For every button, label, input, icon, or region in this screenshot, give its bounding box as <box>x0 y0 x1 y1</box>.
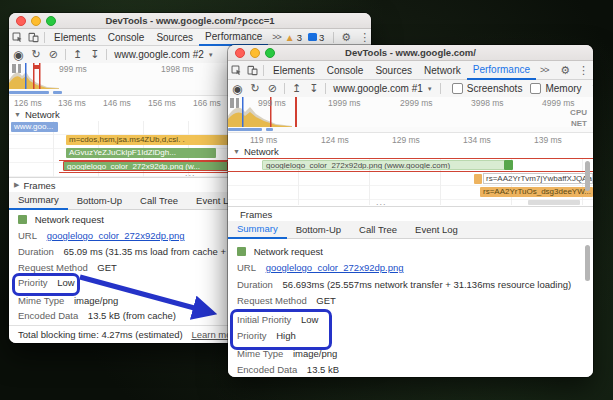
settings-gear-icon[interactable]: ⚙ <box>337 31 355 44</box>
minimize-window-button[interactable] <box>31 16 41 26</box>
record-button[interactable]: ◉ <box>9 49 27 61</box>
reload-and-record-button[interactable]: ↻ <box>246 83 263 94</box>
network-request-bar-selected[interactable]: googlelogo_color_272x92dp.png (w... <box>63 161 228 171</box>
divider <box>333 32 334 43</box>
divider <box>44 32 45 43</box>
network-request-bar[interactable]: m=cdos,hsm,jsa.ms4ZUb,d,csl. . <box>66 135 229 145</box>
issues-badge[interactable]: 3 <box>308 32 324 43</box>
minimize-window-button[interactable] <box>250 48 260 58</box>
summary-legend: Network request <box>237 246 323 257</box>
network-request-bar[interactable]: AGvuzYeZJuCkIpF1IdZlDgh... <box>66 148 216 158</box>
network-request-bar[interactable]: rs=AA2YrTuOs_dsg3deeYW... <box>480 187 593 197</box>
summary-method-row: Request Method GET <box>18 262 117 273</box>
pane-resize-handle[interactable]: ... <box>376 199 387 205</box>
zoom-window-button[interactable] <box>46 16 56 26</box>
load-profile-icon[interactable]: ↥ <box>288 83 305 94</box>
tab-call-tree[interactable]: Call Tree <box>350 221 406 238</box>
more-tabs-icon[interactable]: >> <box>536 65 553 75</box>
summary-duration-row: Duration 56.693ms (25.557ms network tran… <box>237 279 571 290</box>
selection-line <box>228 158 593 159</box>
device-toolbar-icon[interactable] <box>25 31 41 43</box>
cpu-overview-chart <box>9 63 59 89</box>
tab-performance[interactable]: Performance <box>199 28 268 46</box>
tab-sources[interactable]: Sources <box>150 29 199 45</box>
inspect-element-icon[interactable] <box>228 64 244 76</box>
summary-mime-row: Mime Type image/png <box>237 348 337 359</box>
summary-pane: Network request URL googlelogo_color_272… <box>228 239 593 377</box>
desktop-background: DevTools - www.google.com/?pccc=1 Elemen… <box>0 0 613 400</box>
divider <box>325 83 326 94</box>
tab-performance[interactable]: Performance <box>467 60 536 80</box>
warnings-badge[interactable]: ▲ 3 <box>285 32 302 43</box>
network-scrollbar-thumb[interactable] <box>585 161 590 191</box>
checkbox-icon <box>452 83 463 94</box>
tab-bottom-up[interactable]: Bottom-Up <box>287 221 350 238</box>
network-request-bar[interactable] <box>474 174 482 184</box>
divider <box>65 49 66 60</box>
tab-call-tree[interactable]: Call Tree <box>131 192 187 209</box>
clear-button[interactable]: ⊘ <box>45 49 62 60</box>
url-link[interactable]: googlelogo_color_272x92dp.png <box>47 230 185 241</box>
memory-checkbox[interactable]: Memory <box>530 83 581 94</box>
zoom-window-button[interactable] <box>265 48 275 58</box>
kebab-menu-icon[interactable]: ⋮ <box>355 31 371 44</box>
chevron-down-icon: ▼ <box>427 86 433 92</box>
kebab-menu-icon[interactable]: ⋮ <box>574 64 593 77</box>
load-profile-icon[interactable]: ↥ <box>69 49 86 60</box>
inspect-element-icon[interactable] <box>9 31 25 43</box>
device-toolbar-icon[interactable] <box>244 64 260 76</box>
save-profile-icon[interactable]: ↧ <box>305 83 322 94</box>
tab-summary[interactable]: Summary <box>9 191 68 210</box>
tab-sources[interactable]: Sources <box>369 61 418 79</box>
network-section-header[interactable]: ▼ Network <box>228 145 593 158</box>
summary-legend: Network request <box>18 214 104 225</box>
clear-button[interactable]: ⊘ <box>264 83 281 94</box>
timeline-overview[interactable]: 999 ms 1999 ms 2999 ms 3998 ms 4999 ms C… <box>228 97 593 128</box>
tab-event-log[interactable]: Event Log <box>406 221 467 238</box>
summary-priority-row: Priority Low <box>18 277 75 288</box>
pane-resize-handle[interactable]: ... <box>185 170 196 176</box>
warning-icon: ▲ <box>285 32 295 43</box>
network-request-bar[interactable]: www.goo... <box>11 122 58 132</box>
devtools-tabbar: Elements Console Sources Performance >> … <box>9 29 371 46</box>
profile-select[interactable]: www.google.com #2 ▼ <box>110 49 217 60</box>
network-request-bar-selected[interactable]: googlelogo_color_272x92dp.png (www.googl… <box>262 160 505 170</box>
divider <box>263 65 264 76</box>
network-request-label[interactable]: rs=AA2YrTvm7jYwbaffXJQAa... <box>483 173 593 184</box>
tab-elements[interactable]: Elements <box>267 61 321 79</box>
summary-scrollbar-thumb[interactable] <box>585 245 590 281</box>
checkbox-icon <box>530 83 541 94</box>
summary-mime-row: Mime Type image/png <box>18 295 118 306</box>
url-link[interactable]: googlelogo_color_272x92dp.png <box>266 262 404 273</box>
performance-toolbar: ◉ ↻ ⊘ ↥ ↧ www.google.com #1 ▼ Screenshot… <box>228 80 593 98</box>
divider <box>440 83 441 94</box>
profile-select[interactable]: www.google.com #1 ▼ <box>329 83 436 94</box>
screenshots-checkbox[interactable]: Screenshots <box>452 83 523 94</box>
tab-console[interactable]: Console <box>102 29 151 45</box>
settings-gear-icon[interactable]: ⚙ <box>556 64 574 77</box>
issues-icon <box>308 33 317 41</box>
close-window-button[interactable] <box>235 48 245 58</box>
titlebar: DevTools - www.google.com/ <box>228 45 593 61</box>
devtools-tabbar: Elements Console Sources Network Perform… <box>228 61 593 80</box>
summary-encoded-row: Encoded Data 13.5 kB (from cache) <box>18 310 176 321</box>
chevron-down-icon: ▼ <box>208 52 214 58</box>
summary-priority-row: Priority High <box>237 330 296 341</box>
front-devtools-window: DevTools - www.google.com/ Elements Cons… <box>228 45 593 377</box>
tab-elements[interactable]: Elements <box>48 29 102 45</box>
trash-icon[interactable] <box>589 83 593 95</box>
reload-and-record-button[interactable]: ↻ <box>27 49 44 60</box>
tab-summary[interactable]: Summary <box>228 220 287 239</box>
more-tabs-icon[interactable]: >> <box>268 32 285 42</box>
network-waterfall: googlelogo_color_272x92dp.png (www.googl… <box>228 158 593 205</box>
close-window-button[interactable] <box>16 16 26 26</box>
save-profile-icon[interactable]: ↧ <box>86 49 103 60</box>
tab-bottom-up[interactable]: Bottom-Up <box>68 192 131 209</box>
summary-encoded-row: Encoded Data 13.5 kB <box>237 364 339 375</box>
summary-initial-priority-row: Initial Priority Low <box>237 314 318 325</box>
triangle-right-icon: ▶ <box>14 181 19 189</box>
tab-console[interactable]: Console <box>321 61 370 79</box>
tab-network[interactable]: Network <box>418 61 467 79</box>
record-button[interactable]: ◉ <box>228 83 246 95</box>
network-request-color-swatch <box>18 215 27 224</box>
